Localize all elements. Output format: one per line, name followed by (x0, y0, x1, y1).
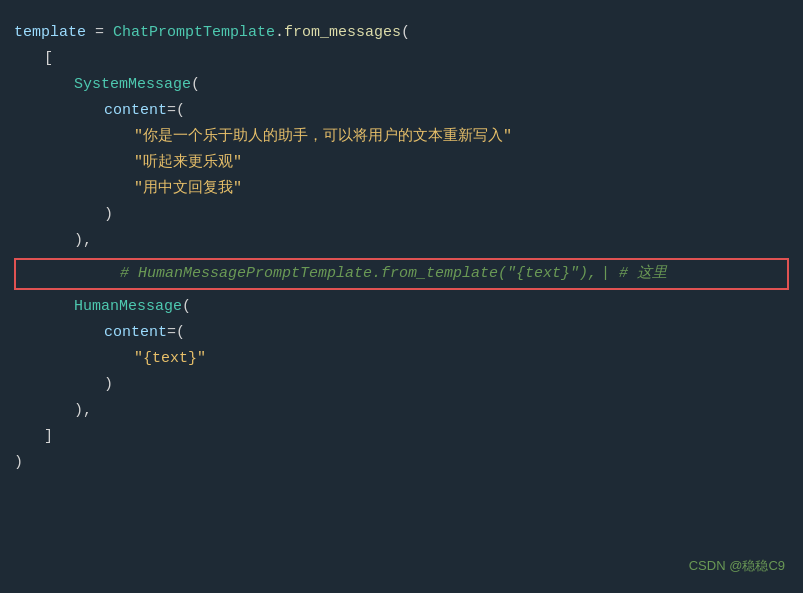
code-line: content=( (0, 320, 803, 346)
code-token: HumanMessage (74, 295, 182, 319)
code-token: ), (74, 229, 92, 253)
code-token: ChatPromptTemplate (113, 21, 275, 45)
code-line: ) (0, 450, 803, 476)
code-line: ), (0, 228, 803, 254)
code-line: [ (0, 46, 803, 72)
code-token: = (86, 21, 113, 45)
code-line: "{text}" (0, 346, 803, 372)
code-token: ( (182, 295, 191, 319)
code-line: ) (0, 372, 803, 398)
code-token: content (104, 321, 167, 345)
code-line: SystemMessage( (0, 72, 803, 98)
code-line: "用中文回复我" (0, 176, 803, 202)
code-token: ( (401, 21, 410, 45)
code-token: "听起来更乐观" (134, 151, 242, 175)
code-editor: template = ChatPromptTemplate.from_messa… (0, 0, 803, 593)
code-line: "听起来更乐观" (0, 150, 803, 176)
code-comment: # HumanMessagePromptTemplate.from_templa… (120, 260, 597, 288)
highlighted-code-line: # HumanMessagePromptTemplate.from_templa… (14, 258, 789, 290)
code-token: template (14, 21, 86, 45)
code-token: ( (191, 73, 200, 97)
code-line: ) (0, 202, 803, 228)
code-token: [ (44, 47, 53, 71)
overflow-hint: | # 这里 (601, 260, 667, 288)
code-token: "你是一个乐于助人的助手，可以将用户的文本重新写入" (134, 125, 512, 149)
code-line: ), (0, 398, 803, 424)
code-token: ) (14, 451, 23, 475)
code-token: =( (167, 99, 185, 123)
code-line: content=( (0, 98, 803, 124)
code-token: ] (44, 425, 53, 449)
watermark: CSDN @稳稳C9 (689, 557, 785, 575)
code-token: ) (104, 203, 113, 227)
code-line: ] (0, 424, 803, 450)
code-token: "用中文回复我" (134, 177, 242, 201)
code-token: from_messages (284, 21, 401, 45)
code-token: ), (74, 399, 92, 423)
code-token: =( (167, 321, 185, 345)
code-token: ) (104, 373, 113, 397)
code-token: content (104, 99, 167, 123)
code-line: "你是一个乐于助人的助手，可以将用户的文本重新写入" (0, 124, 803, 150)
code-line: HumanMessage( (0, 294, 803, 320)
code-line: template = ChatPromptTemplate.from_messa… (0, 20, 803, 46)
code-token: SystemMessage (74, 73, 191, 97)
code-token: "{text}" (134, 347, 206, 371)
code-token: . (275, 21, 284, 45)
